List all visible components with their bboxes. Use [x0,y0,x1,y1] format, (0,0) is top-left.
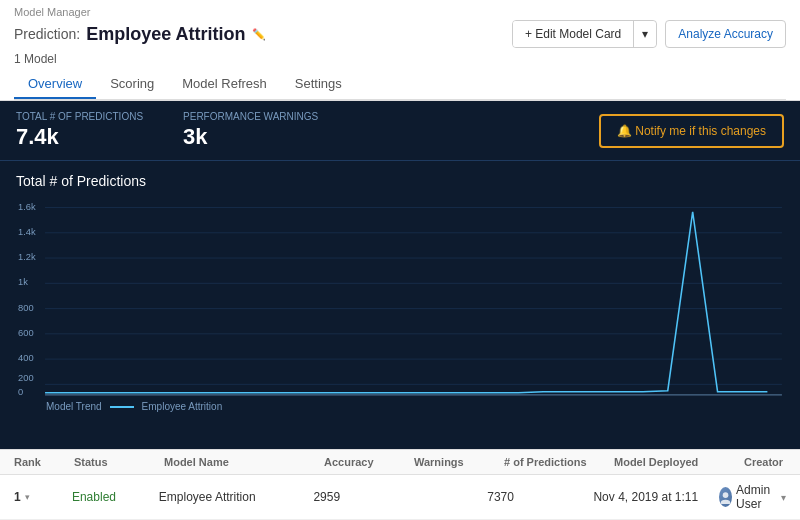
cell-accuracy: 2959 [313,490,400,504]
col-header-name: Model Name [164,456,324,468]
total-predictions-stat: Total # of Predictions 7.4k [16,111,143,150]
table-section: Rank Status Model Name Accuracy Warnings… [0,449,800,520]
col-header-accuracy: Accuracy [324,456,414,468]
rank-chevron-icon[interactable]: ▾ [25,492,30,502]
svg-point-49 [721,500,730,504]
tab-settings[interactable]: Settings [281,70,356,99]
table-row: 1 ▾ Enabled Employee Attrition 2959 7370… [0,475,800,520]
model-count: 1 Model [14,52,786,66]
legend-model-label: Employee Attrition [142,401,223,412]
chart-title: Total # of Predictions [16,173,784,189]
col-header-creator: Creator [744,456,786,468]
svg-text:1k: 1k [18,276,28,287]
prediction-header: Prediction: Employee Attrition ✏️ + Edit… [14,20,786,48]
col-header-rank: Rank [14,456,74,468]
svg-text:0: 0 [18,386,23,397]
svg-text:800: 800 [18,302,34,313]
svg-text:200: 200 [18,372,34,383]
legend-trend-label: Model Trend [46,401,102,412]
cell-status: Enabled [72,490,159,504]
performance-warnings-stat: Performance Warnings 3k [183,111,318,150]
tab-overview[interactable]: Overview [14,70,96,99]
tab-scoring[interactable]: Scoring [96,70,168,99]
svg-point-48 [723,492,729,498]
cell-deployed: Nov 4, 2019 at 1:11 [593,490,719,504]
stats-bar: Total # of Predictions 7.4k Performance … [0,101,800,161]
chart-area: 1.6k 1.4k 1.2k 1k 800 600 400 200 0 [16,197,784,397]
cell-creator: Admin User ▾ [719,483,786,511]
col-header-deployed: Model Deployed [614,456,744,468]
edit-model-card-dropdown[interactable]: ▾ [634,21,656,47]
app-name: Model Manager [14,6,786,18]
col-header-status: Status [74,456,164,468]
svg-text:400: 400 [18,352,34,363]
main-content: Total # of Predictions 7.4k Performance … [0,101,800,449]
header-actions: + Edit Model Card ▾ Analyze Accuracy [512,20,786,48]
edit-pencil-icon[interactable]: ✏️ [252,28,266,41]
tabs: Overview Scoring Model Refresh Settings [14,70,786,100]
svg-text:1.2k: 1.2k [18,251,36,262]
tab-model-refresh[interactable]: Model Refresh [168,70,281,99]
cell-rank: 1 ▾ [14,490,72,504]
col-header-predictions: # of Predictions [504,456,614,468]
prediction-label: Prediction: [14,26,80,42]
performance-warnings-label: Performance Warnings [183,111,318,122]
chart-svg: 1.6k 1.4k 1.2k 1k 800 600 400 200 0 [16,197,784,397]
creator-name: Admin User [736,483,777,511]
performance-warnings-value: 3k [183,124,318,150]
total-predictions-label: Total # of Predictions [16,111,143,122]
legend-line-icon [110,406,134,408]
prediction-title: Prediction: Employee Attrition ✏️ [14,24,266,45]
avatar-icon [719,490,732,504]
top-bar: Model Manager Prediction: Employee Attri… [0,0,800,101]
creator-dropdown-icon[interactable]: ▾ [781,492,786,503]
chart-legend: Model Trend Employee Attrition [16,401,784,412]
edit-model-card-group: + Edit Model Card ▾ [512,20,657,48]
notify-me-button[interactable]: 🔔 Notify me if this changes [599,114,784,148]
col-header-warnings: Warnings [414,456,504,468]
svg-text:1.4k: 1.4k [18,226,36,237]
edit-model-card-button[interactable]: + Edit Model Card [513,21,634,47]
total-predictions-value: 7.4k [16,124,143,150]
table-header: Rank Status Model Name Accuracy Warnings… [0,450,800,475]
cell-predictions: 7370 [487,490,593,504]
prediction-name: Employee Attrition [86,24,245,45]
cell-name: Employee Attrition [159,490,314,504]
svg-text:600: 600 [18,327,34,338]
svg-text:1.6k: 1.6k [18,201,36,212]
analyze-accuracy-button[interactable]: Analyze Accuracy [665,20,786,48]
chart-section: Total # of Predictions 1.6k 1.4k 1.2k 1k… [0,161,800,449]
creator-avatar [719,487,732,507]
